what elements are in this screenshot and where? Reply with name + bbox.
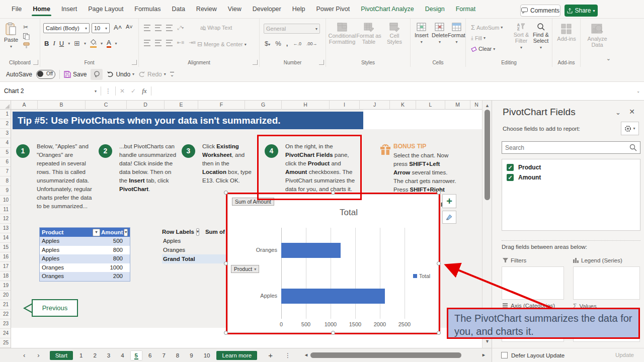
share-button[interactable]: Share ▾: [565, 5, 598, 17]
format-as-table-button[interactable]: Format as Table: [356, 23, 381, 45]
row-header-16[interactable]: 16: [0, 252, 11, 262]
product-field-button[interactable]: Product▾: [231, 265, 259, 273]
sheet-tab-learn-more[interactable]: Learn more: [216, 351, 257, 360]
column-header-B[interactable]: B: [38, 101, 86, 110]
sheet-tab-5[interactable]: 5: [131, 351, 142, 360]
chart-styles-button[interactable]: [442, 211, 456, 224]
chart-legend[interactable]: Total: [413, 273, 430, 279]
chart-handle-mid-left[interactable]: [224, 261, 228, 265]
row-header-11[interactable]: 11: [0, 205, 11, 215]
italic-button[interactable]: I: [53, 39, 55, 47]
field-checkbox-amount[interactable]: ✓: [507, 174, 514, 181]
column-header-I[interactable]: I: [330, 101, 360, 110]
sheet-tab-3[interactable]: 3: [103, 351, 114, 360]
paste-button[interactable]: Paste ▾: [4, 23, 18, 50]
analyze-data-button[interactable]: Analyze Data: [585, 24, 610, 48]
number-format-combo[interactable]: General▾: [264, 24, 320, 34]
select-all-button[interactable]: [0, 101, 11, 110]
scroll-right-icon[interactable]: ►: [479, 352, 488, 357]
qat-overflow-icon[interactable]: ⌄: [170, 72, 174, 77]
ribbon-tab-help[interactable]: Help: [287, 3, 311, 16]
number-dialog-launcher[interactable]: [319, 60, 324, 65]
column-header-J[interactable]: J: [360, 101, 390, 110]
chart-handle-bottom-left[interactable]: [224, 331, 228, 335]
row-header-23[interactable]: 23: [0, 319, 11, 329]
align-right-icon[interactable]: [166, 40, 173, 46]
clipboard-dialog-launcher[interactable]: [33, 60, 38, 65]
legend-drop-area[interactable]: [573, 266, 640, 300]
sheet-tab-8[interactable]: 8: [172, 351, 183, 360]
insert-cells-button[interactable]: Insert▾: [415, 23, 429, 45]
delete-cells-button[interactable]: Delete▾: [432, 23, 448, 45]
row-header-3[interactable]: 3: [0, 129, 11, 138]
pane-close-icon[interactable]: ✕: [629, 108, 635, 116]
filters-drop-area[interactable]: [502, 266, 564, 300]
sheet-tab-1[interactable]: 1: [75, 351, 87, 360]
vertical-scroll-thumb[interactable]: [485, 110, 490, 200]
comma-format-button[interactable]: ,: [286, 40, 288, 47]
column-header-F[interactable]: F: [198, 101, 245, 110]
chart-elements-button[interactable]: +: [442, 194, 456, 208]
pane-tools-button[interactable]: ▾: [621, 122, 639, 135]
align-center-icon[interactable]: [155, 40, 162, 46]
align-bottom-icon[interactable]: [166, 25, 173, 31]
confirm-entry-button[interactable]: ✓: [129, 87, 138, 95]
defer-layout-checkbox[interactable]: [501, 352, 508, 358]
column-header-G[interactable]: G: [245, 101, 282, 110]
align-middle-icon[interactable]: [155, 25, 162, 31]
redo-button[interactable]: Redo▾: [138, 71, 166, 78]
format-painter-button[interactable]: [23, 42, 30, 49]
scroll-up-icon[interactable]: ▲: [485, 103, 490, 108]
undo-button[interactable]: Undo▾: [107, 71, 134, 78]
autosum-button[interactable]: ΣAutoSum▾: [469, 23, 505, 32]
product-filter-button[interactable]: ▾: [93, 229, 100, 236]
font-color-button[interactable]: A: [107, 39, 111, 48]
currency-format-button[interactable]: $▾: [265, 40, 270, 47]
sheet-nav-right-icon[interactable]: ›: [31, 351, 45, 359]
row-header-21[interactable]: 21: [0, 300, 11, 310]
column-header-K[interactable]: K: [390, 101, 416, 110]
column-header-D[interactable]: D: [127, 101, 165, 110]
chart-handle-top-left[interactable]: [224, 191, 228, 195]
row-header-10[interactable]: 10: [0, 196, 11, 205]
ribbon-tab-power-pivot[interactable]: Power Pivot: [310, 3, 355, 16]
pane-options-chevron-icon[interactable]: ⌄: [615, 109, 621, 116]
row-header-12[interactable]: 12: [0, 214, 11, 224]
row-header-18[interactable]: 18: [0, 272, 11, 281]
row-header-15[interactable]: 15: [0, 243, 11, 252]
column-header-H[interactable]: H: [282, 101, 330, 110]
name-box-options-icon[interactable]: ⋮: [101, 87, 115, 95]
conditional-formatting-button[interactable]: Conditional Formatting: [329, 23, 355, 45]
ribbon-tab-pivotchart-analyze[interactable]: PivotChart Analyze: [355, 3, 420, 16]
chart-handle-mid-right[interactable]: [437, 261, 441, 265]
fill-button[interactable]: ⤓Fill▾: [469, 34, 488, 42]
format-cells-button[interactable]: Format▾: [448, 23, 465, 45]
ribbon-tab-format[interactable]: Format: [450, 3, 481, 16]
column-header-L[interactable]: L: [416, 101, 445, 110]
font-size-combo[interactable]: 10▾: [92, 23, 110, 33]
column-header-C[interactable]: C: [86, 101, 127, 110]
merge-center-button[interactable]: ⊟Merge & Center▾: [195, 40, 249, 49]
name-box[interactable]: Chart 2 ▾: [0, 82, 101, 100]
cut-button[interactable]: ✂: [23, 24, 30, 31]
font-dialog-launcher[interactable]: [132, 60, 137, 65]
row-header-20[interactable]: 20: [0, 291, 11, 300]
row-header-24[interactable]: 24: [0, 329, 11, 338]
column-header-N[interactable]: N: [470, 101, 483, 110]
chart-title[interactable]: Total: [278, 208, 419, 218]
amount-filter-button[interactable]: ▾: [124, 229, 128, 236]
ribbon-tab-review[interactable]: Review: [191, 3, 222, 16]
fx-button[interactable]: fx: [138, 87, 150, 95]
cancel-entry-button[interactable]: ✕: [116, 87, 129, 95]
ribbon-tab-insert[interactable]: Insert: [56, 3, 83, 16]
sheet-list-icon[interactable]: ⋮: [280, 352, 296, 359]
sheet-tab-start[interactable]: Start: [50, 351, 73, 360]
sheet-tab-7[interactable]: 7: [158, 351, 169, 360]
collapse-ribbon-chevron-icon[interactable]: ⌄: [606, 55, 611, 62]
find-select-button[interactable]: Find & Select▾: [531, 23, 550, 51]
ribbon-tab-design[interactable]: Design: [420, 3, 450, 16]
row-header-13[interactable]: 13: [0, 224, 11, 233]
row-header-25[interactable]: 25: [0, 338, 11, 348]
increase-decimal-button[interactable]: ←.0: [293, 41, 301, 46]
field-item-amount[interactable]: ✓Amount: [502, 172, 640, 183]
